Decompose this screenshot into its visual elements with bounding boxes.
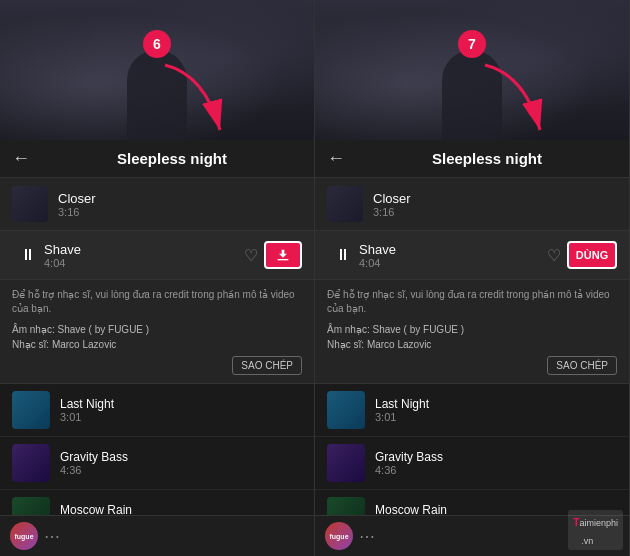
toolbar-left: ← Sleepless night <box>0 140 314 178</box>
download-icon <box>275 247 291 263</box>
list-name-moscowrain-left: Moscow Rain <box>60 503 302 515</box>
thumb-moscowrain-left <box>12 497 50 515</box>
list-item-lastnight-right[interactable]: Last Night 3:01 <box>315 384 629 437</box>
hero-image-left: 6 <box>0 0 314 140</box>
back-button-left[interactable]: ← <box>12 148 30 169</box>
list-dur-lastnight-left: 3:01 <box>60 411 302 423</box>
track-thumb-closer-right <box>327 186 363 222</box>
thumb-lastnight-left <box>12 391 50 429</box>
track-duration-closer-right: 3:16 <box>373 206 617 218</box>
track-name-shave-right: Shave <box>359 242 541 257</box>
toolbar-right: ← Sleepless night <box>315 140 629 178</box>
track-closer-right[interactable]: Closer 3:16 <box>315 178 629 231</box>
list-item-gravitybass-left[interactable]: Gravity Bass 4:36 <box>0 437 314 490</box>
track-info-shave-left: Shave 4:04 <box>44 242 238 269</box>
copy-button-left[interactable]: SAO CHÉP <box>232 356 302 375</box>
list-dur-lastnight-right: 3:01 <box>375 411 617 423</box>
info-details-left: Âm nhạc: Shave ( by FUGUE ) Nhạc sĩ: Mar… <box>12 322 302 352</box>
info-box-left: Để hỗ trợ nhạc sĩ, vui lòng đưa ra credi… <box>0 280 314 384</box>
heart-button-right[interactable]: ♡ <box>547 246 561 265</box>
list-dur-gravitybass-right: 4:36 <box>375 464 617 476</box>
toolbar-title-left: Sleepless night <box>42 150 302 167</box>
thumb-gravitybass-left <box>12 444 50 482</box>
track-name-shave-left: Shave <box>44 242 238 257</box>
track-thumb-closer-left <box>12 186 48 222</box>
avatar-left: fugue <box>10 522 38 550</box>
done-button-right[interactable]: DÙNG <box>567 241 617 269</box>
list-item-moscowrain-left[interactable]: Moscow Rain 3:39 <box>0 490 314 515</box>
info-text-right: Để hỗ trợ nhạc sĩ, vui lòng đưa ra credi… <box>327 288 617 316</box>
list-name-gravitybass-left: Gravity Bass <box>60 450 302 464</box>
dots-icon-left[interactable]: ⋯ <box>44 527 60 546</box>
play-pause-right[interactable]: ⏸ <box>327 239 359 271</box>
track-shave-left[interactable]: ⏸ Shave 4:04 ♡ <box>0 231 314 280</box>
thumb-lastnight-right <box>327 391 365 429</box>
track-duration-shave-right: 4:04 <box>359 257 541 269</box>
list-item-lastnight-left[interactable]: Last Night 3:01 <box>0 384 314 437</box>
info-box-right: Để hỗ trợ nhạc sĩ, vui lòng đưa ra credi… <box>315 280 629 384</box>
track-duration-shave-left: 4:04 <box>44 257 238 269</box>
track-name-closer-right: Closer <box>373 191 617 206</box>
list-dur-gravitybass-left: 4:36 <box>60 464 302 476</box>
list-name-gravitybass-right: Gravity Bass <box>375 450 617 464</box>
track-shave-right[interactable]: ⏸ Shave 4:04 ♡ DÙNG <box>315 231 629 280</box>
toolbar-title-right: Sleepless night <box>357 150 617 167</box>
track-info-closer-right: Closer 3:16 <box>373 191 617 218</box>
list-item-gravitybass-right[interactable]: Gravity Bass 4:36 <box>315 437 629 490</box>
track-info-shave-right: Shave 4:04 <box>359 242 541 269</box>
watermark: Taimienphi .vn <box>568 510 623 550</box>
track-closer-left[interactable]: Closer 3:16 <box>0 178 314 231</box>
copy-button-right[interactable]: SAO CHÉP <box>547 356 617 375</box>
info-details-right: Âm nhạc: Shave ( by FUGUE ) Nhạc sĩ: Mar… <box>327 322 617 352</box>
list-name-lastnight-left: Last Night <box>60 397 302 411</box>
track-duration-closer-left: 3:16 <box>58 206 302 218</box>
info-text-left: Để hỗ trợ nhạc sĩ, vui lòng đưa ra credi… <box>12 288 302 316</box>
list-name-lastnight-right: Last Night <box>375 397 617 411</box>
back-button-right[interactable]: ← <box>327 148 345 169</box>
avatar-right: fugue <box>325 522 353 550</box>
track-list-left: Last Night 3:01 Gravity Bass 4:36 Moscow… <box>0 384 314 515</box>
thumb-moscowrain-right <box>327 497 365 515</box>
dots-icon-right[interactable]: ⋯ <box>359 527 375 546</box>
thumb-gravitybass-right <box>327 444 365 482</box>
bottom-bar-left: fugue ⋯ <box>0 515 314 556</box>
track-list-right: Last Night 3:01 Gravity Bass 4:36 Moscow… <box>315 384 629 515</box>
panel-right: 7 ← Sleepless night Closer 3:16 <box>315 0 630 556</box>
step-badge-6: 6 <box>143 30 171 58</box>
step-badge-7: 7 <box>458 30 486 58</box>
download-button-left[interactable] <box>264 241 302 269</box>
track-name-closer-left: Closer <box>58 191 302 206</box>
heart-button-left[interactable]: ♡ <box>244 246 258 265</box>
panel-left: 6 ← Sleepless night Closer 3:16 <box>0 0 315 556</box>
track-info-closer-left: Closer 3:16 <box>58 191 302 218</box>
hero-image-right: 7 <box>315 0 629 140</box>
play-pause-left[interactable]: ⏸ <box>12 239 44 271</box>
